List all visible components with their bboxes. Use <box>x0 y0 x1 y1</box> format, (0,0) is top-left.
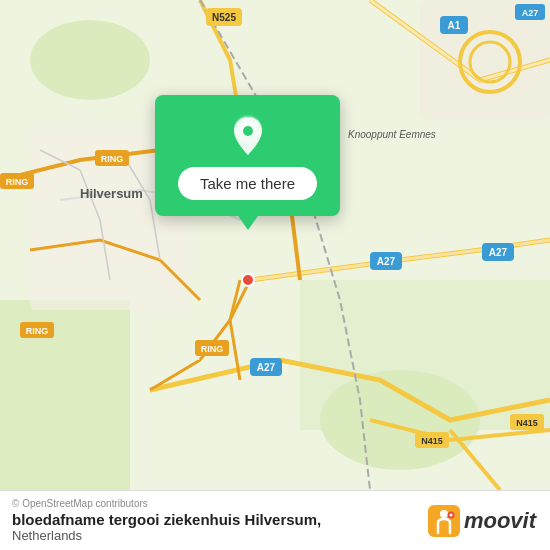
svg-text:Hilversum: Hilversum <box>80 186 143 201</box>
location-pin-icon <box>226 113 270 157</box>
svg-text:A27: A27 <box>377 256 396 267</box>
svg-rect-5 <box>0 300 130 490</box>
svg-text:RING: RING <box>6 177 29 187</box>
svg-point-45 <box>449 513 452 516</box>
svg-text:RING: RING <box>201 344 224 354</box>
svg-text:A27: A27 <box>522 8 539 18</box>
svg-text:A1: A1 <box>448 20 461 31</box>
svg-text:A27: A27 <box>489 247 508 258</box>
bottom-bar: © OpenStreetMap contributors bloedafname… <box>0 490 550 550</box>
location-name: bloedafname tergooi ziekenhuis Hilversum… <box>12 511 321 528</box>
svg-point-41 <box>243 126 253 136</box>
svg-text:RING: RING <box>26 326 49 336</box>
svg-point-43 <box>440 510 448 518</box>
take-me-there-button[interactable]: Take me there <box>178 167 317 200</box>
location-info: © OpenStreetMap contributors bloedafname… <box>12 498 321 543</box>
svg-text:Knooppunt Eemnes: Knooppunt Eemnes <box>348 129 436 140</box>
moovit-text-label: moovit <box>464 508 536 534</box>
svg-text:N415: N415 <box>421 436 443 446</box>
popup-card: Take me there <box>155 95 340 216</box>
svg-point-2 <box>30 20 150 100</box>
moovit-brand-icon <box>428 505 460 537</box>
svg-text:N415: N415 <box>516 418 538 428</box>
osm-credit: © OpenStreetMap contributors <box>12 498 321 509</box>
map-container: N525 A1 A27 A27 A27 RING RING RING RING … <box>0 0 550 490</box>
svg-text:N525: N525 <box>212 12 236 23</box>
location-country: Netherlands <box>12 528 321 543</box>
svg-point-38 <box>242 274 254 286</box>
svg-text:RING: RING <box>101 154 124 164</box>
moovit-logo: moovit <box>428 505 536 537</box>
svg-text:A27: A27 <box>257 362 276 373</box>
svg-rect-42 <box>428 505 460 537</box>
